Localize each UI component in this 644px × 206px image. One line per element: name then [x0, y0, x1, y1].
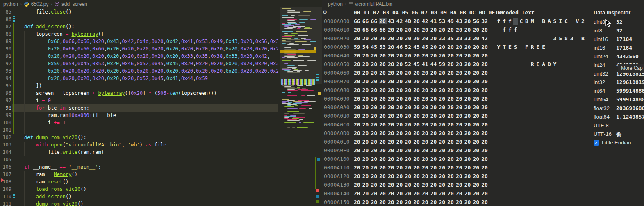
- hex-byte[interactable]: 20: [481, 53, 489, 59]
- decoded-char[interactable]: [530, 87, 535, 94]
- hex-byte[interactable]: 20: [430, 190, 439, 197]
- hex-byte[interactable]: 20: [413, 165, 421, 171]
- decoded-char[interactable]: [569, 27, 574, 34]
- hex-byte[interactable]: 20: [481, 130, 489, 136]
- hex-byte[interactable]: 66: [362, 18, 371, 24]
- hex-byte[interactable]: 20: [430, 96, 439, 102]
- hex-byte[interactable]: 20: [422, 165, 430, 171]
- decoded-char[interactable]: [524, 130, 530, 137]
- hex-byte[interactable]: 20: [456, 173, 464, 179]
- hex-byte[interactable]: 20: [447, 130, 455, 136]
- decoded-char[interactable]: [569, 199, 574, 206]
- hex-byte[interactable]: 20: [456, 53, 464, 59]
- hex-byte[interactable]: 20: [371, 173, 379, 179]
- hex-byte[interactable]: 20: [481, 96, 489, 102]
- hex-byte[interactable]: 20: [473, 156, 481, 162]
- decoded-char[interactable]: [535, 173, 541, 180]
- decoded-char[interactable]: [541, 87, 546, 94]
- code-line[interactable]: 103 with open("vicromfullPAL.bin", 'wb')…: [0, 141, 322, 149]
- hex-byte[interactable]: 20: [405, 156, 413, 162]
- hex-byte[interactable]: 20: [379, 199, 387, 205]
- decoded-char[interactable]: [541, 182, 546, 189]
- hex-byte[interactable]: 20: [379, 121, 387, 128]
- hex-byte[interactable]: 52: [405, 44, 413, 50]
- hex-byte[interactable]: 20: [413, 182, 421, 188]
- hex-byte[interactable]: 20: [447, 182, 455, 188]
- hex-byte[interactable]: 20: [473, 139, 481, 145]
- hex-byte[interactable]: 20: [481, 190, 489, 197]
- hex-byte[interactable]: 20: [430, 78, 439, 85]
- breadcrumb-folder[interactable]: python: [328, 1, 343, 7]
- decoded-char[interactable]: [563, 156, 569, 163]
- hex-byte[interactable]: 20: [447, 147, 455, 153]
- hex-byte[interactable]: 20: [456, 156, 464, 162]
- decoded-char[interactable]: [546, 130, 552, 137]
- decoded-char[interactable]: I: [558, 18, 563, 25]
- hex-byte[interactable]: 20: [456, 182, 464, 188]
- hex-byte[interactable]: 20: [439, 27, 447, 33]
- decoded-char[interactable]: [569, 139, 574, 146]
- hex-byte[interactable]: 20: [439, 199, 447, 205]
- hex-byte[interactable]: 20: [388, 165, 396, 171]
- hex-byte[interactable]: 20: [379, 165, 387, 171]
- hex-byte[interactable]: 20: [379, 113, 387, 119]
- decoded-char[interactable]: [524, 87, 530, 94]
- hex-byte[interactable]: 20: [473, 130, 481, 136]
- decoded-char[interactable]: [546, 199, 552, 206]
- hex-byte[interactable]: 20: [362, 199, 371, 205]
- hex-byte[interactable]: 20: [473, 96, 481, 102]
- decoded-char[interactable]: [575, 156, 580, 163]
- decoded-char[interactable]: [502, 78, 507, 85]
- hex-byte[interactable]: 20: [447, 121, 455, 128]
- hex-byte[interactable]: 20: [439, 78, 447, 85]
- hex-byte[interactable]: 20: [413, 70, 421, 76]
- hex-byte[interactable]: 20: [405, 96, 413, 102]
- hex-byte[interactable]: 20: [354, 70, 362, 76]
- hex-byte[interactable]: 20: [422, 96, 430, 102]
- decoded-char[interactable]: [558, 87, 563, 94]
- hex-byte[interactable]: 20: [464, 70, 473, 76]
- hex-byte[interactable]: 45: [422, 44, 430, 50]
- decoded-char[interactable]: [580, 173, 586, 180]
- code-line[interactable]: 105: [0, 156, 322, 163]
- decoded-char[interactable]: [524, 35, 530, 42]
- hex-byte[interactable]: 20: [481, 61, 489, 67]
- code-line[interactable]: 102 def dump_rom_vic20():: [0, 134, 322, 141]
- decoded-char[interactable]: [513, 199, 518, 206]
- hex-byte[interactable]: 20: [405, 147, 413, 153]
- breadcrumb-file[interactable]: 6502.py: [31, 1, 49, 7]
- decoded-char[interactable]: [496, 121, 501, 128]
- decoded-char[interactable]: [563, 147, 569, 154]
- decoded-char[interactable]: V: [575, 18, 580, 25]
- decoded-char[interactable]: [569, 147, 574, 154]
- hex-byte[interactable]: 20: [371, 121, 379, 128]
- hex-byte[interactable]: 20: [388, 96, 396, 102]
- hex-byte[interactable]: 20: [354, 27, 362, 33]
- hex-byte[interactable]: 20: [362, 156, 371, 162]
- hex-byte[interactable]: 20: [430, 87, 439, 93]
- decoded-char[interactable]: [575, 113, 580, 120]
- hex-byte[interactable]: 20: [371, 70, 379, 76]
- hex-byte[interactable]: 20: [371, 87, 379, 93]
- hex-byte[interactable]: 20: [464, 182, 473, 188]
- hex-byte[interactable]: 20: [422, 27, 430, 33]
- decoded-char[interactable]: [535, 113, 541, 120]
- decoded-char[interactable]: [546, 190, 552, 197]
- decoded-char[interactable]: [524, 139, 530, 146]
- decoded-char[interactable]: [575, 53, 580, 60]
- decoded-char[interactable]: [575, 182, 580, 189]
- hex-byte[interactable]: 20: [371, 156, 379, 162]
- hex-byte[interactable]: 20: [413, 96, 421, 102]
- decoded-char[interactable]: [496, 78, 501, 85]
- decoded-char[interactable]: [530, 35, 535, 42]
- decoded-char[interactable]: [530, 182, 535, 189]
- hex-byte[interactable]: 20: [354, 182, 362, 188]
- decoded-char[interactable]: [580, 199, 586, 206]
- decoded-char[interactable]: [552, 190, 558, 197]
- hex-byte[interactable]: 20: [464, 199, 473, 205]
- decoded-char[interactable]: [563, 130, 569, 137]
- hex-byte[interactable]: 20: [447, 78, 455, 85]
- hex-byte[interactable]: 20: [413, 156, 421, 162]
- decoded-char[interactable]: [558, 121, 563, 128]
- decoded-char[interactable]: [558, 130, 563, 137]
